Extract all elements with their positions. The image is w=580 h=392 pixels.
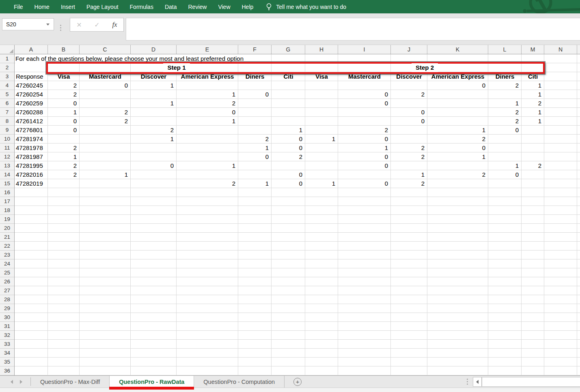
tab-scroll-left-icon[interactable] — [11, 380, 13, 384]
cell-L14[interactable]: 0 — [488, 170, 522, 179]
cell-D3[interactable]: Discover — [131, 72, 177, 81]
cell-A1[interactable]: For each of the questions below, please … — [15, 54, 246, 63]
row-header-28[interactable]: 28 — [0, 295, 14, 304]
row-header-32[interactable]: 32 — [0, 331, 14, 340]
menu-view[interactable]: View — [212, 0, 236, 13]
cell-B8[interactable]: 0 — [48, 117, 80, 126]
cell-A14[interactable]: 47282016 — [15, 170, 48, 179]
cell-L4[interactable]: 2 — [488, 81, 522, 90]
menu-data[interactable]: Data — [159, 0, 183, 13]
row-header-9[interactable]: 9 — [0, 126, 14, 135]
cell-L13[interactable]: 1 — [488, 161, 522, 170]
cell-G12[interactable]: 2 — [272, 152, 305, 161]
row-header-14[interactable]: 14 — [0, 170, 14, 179]
cell-G11[interactable]: 0 — [272, 144, 305, 152]
cell-E13[interactable]: 1 — [177, 161, 238, 170]
cell-B12[interactable]: 1 — [48, 152, 80, 161]
cell-K11[interactable]: 0 — [427, 144, 488, 152]
row-header-11[interactable]: 11 — [0, 144, 14, 152]
cell-M13[interactable]: 2 — [522, 161, 544, 170]
row-header-16[interactable]: 16 — [0, 188, 14, 197]
cell-C8[interactable]: 2 — [80, 117, 131, 126]
row-header-31[interactable]: 31 — [0, 322, 14, 331]
tell-me-box[interactable]: Tell me what you want to do — [265, 2, 346, 11]
column-header-C[interactable]: C — [80, 45, 131, 54]
cell-J12[interactable]: 2 — [391, 152, 427, 161]
cell-B7[interactable]: 1 — [48, 108, 80, 117]
row-header-5[interactable]: 5 — [0, 90, 14, 99]
row-header-36[interactable]: 36 — [0, 366, 14, 375]
name-box-dropdown-icon[interactable] — [46, 24, 50, 26]
tab-scroll-right-icon[interactable] — [20, 380, 22, 384]
cell-L6[interactable]: 1 — [488, 99, 522, 108]
cell-A13[interactable]: 47281995 — [15, 161, 48, 170]
select-all-corner[interactable] — [0, 45, 15, 54]
insert-function-icon[interactable]: fx — [112, 21, 117, 29]
cell-B13[interactable]: 2 — [48, 161, 80, 170]
cell-A7[interactable]: 47260288 — [15, 108, 48, 117]
cell-M3[interactable]: Citi — [522, 72, 544, 81]
cell-A10[interactable]: 47281974 — [15, 135, 48, 144]
cell-A4[interactable]: 47260245 — [15, 81, 48, 90]
cell-F11[interactable]: 1 — [238, 144, 272, 152]
row-header-13[interactable]: 13 — [0, 161, 14, 170]
cell-A5[interactable]: 47260254 — [15, 90, 48, 99]
column-header-N[interactable]: N — [544, 45, 577, 54]
cell-grid[interactable]: For each of the questions below, please … — [15, 54, 580, 375]
row-header-6[interactable]: 6 — [0, 99, 14, 108]
cell-D6[interactable]: 1 — [131, 99, 177, 108]
cell-J8[interactable]: 0 — [391, 117, 427, 126]
menu-home[interactable]: Home — [29, 0, 55, 13]
cell-step1-merged[interactable]: Step 1 — [48, 63, 305, 72]
column-header-L[interactable]: L — [488, 45, 522, 54]
cell-F5[interactable]: 0 — [238, 90, 272, 99]
column-header-I[interactable]: I — [338, 45, 391, 54]
menu-formulas[interactable]: Formulas — [124, 0, 159, 13]
cancel-icon[interactable]: ✕ — [76, 21, 82, 29]
row-header-26[interactable]: 26 — [0, 277, 14, 286]
cell-A8[interactable]: 47261412 — [15, 117, 48, 126]
column-header-K[interactable]: K — [427, 45, 488, 54]
cell-G14[interactable]: 0 — [272, 170, 305, 179]
cell-A9[interactable]: 47276801 — [15, 126, 48, 135]
cell-B5[interactable]: 2 — [48, 90, 80, 99]
cell-E3[interactable]: American Express — [177, 72, 238, 81]
cell-B11[interactable]: 2 — [48, 144, 80, 152]
cell-F10[interactable]: 2 — [238, 135, 272, 144]
cell-E6[interactable]: 2 — [177, 99, 238, 108]
cell-I5[interactable]: 0 — [338, 90, 391, 99]
column-header-E[interactable]: E — [177, 45, 238, 54]
cell-M8[interactable]: 1 — [522, 117, 544, 126]
sheet-tab-maxdiff[interactable]: QuestionPro - Max-Diff — [31, 376, 110, 388]
cell-I6[interactable]: 0 — [338, 99, 391, 108]
cell-H10[interactable]: 1 — [305, 135, 338, 144]
cell-I13[interactable]: 0 — [338, 161, 391, 170]
cell-B4[interactable]: 2 — [48, 81, 80, 90]
row-header-27[interactable]: 27 — [0, 286, 14, 295]
cell-M6[interactable]: 2 — [522, 99, 544, 108]
row-header-20[interactable]: 20 — [0, 224, 14, 233]
row-header-33[interactable]: 33 — [0, 340, 14, 349]
scrollbar-left-arrow[interactable] — [473, 377, 482, 387]
row-header-12[interactable]: 12 — [0, 152, 14, 161]
scrollbar-resize-handle[interactable] — [467, 379, 468, 385]
cell-C3[interactable]: Mastercard — [80, 72, 131, 81]
cell-D9[interactable]: 2 — [131, 126, 177, 135]
column-header-partial[interactable] — [577, 45, 580, 54]
cell-F15[interactable]: 1 — [238, 179, 272, 188]
row-header-15[interactable]: 15 — [0, 179, 14, 188]
cell-D10[interactable]: 1 — [131, 135, 177, 144]
row-header-8[interactable]: 8 — [0, 117, 14, 126]
cell-G10[interactable]: 0 — [272, 135, 305, 144]
column-header-G[interactable]: G — [272, 45, 305, 54]
row-header-7[interactable]: 7 — [0, 108, 14, 117]
row-header-18[interactable]: 18 — [0, 206, 14, 215]
cell-B6[interactable]: 0 — [48, 99, 80, 108]
sheet-tab-computation[interactable]: QuestionPro - Computation — [194, 376, 285, 388]
row-header-23[interactable]: 23 — [0, 251, 14, 259]
row-header-2[interactable]: 2 — [0, 63, 14, 72]
row-header-10[interactable]: 10 — [0, 135, 14, 144]
cell-L7[interactable]: 2 — [488, 108, 522, 117]
row-header-21[interactable]: 21 — [0, 233, 14, 242]
cell-K9[interactable]: 1 — [427, 126, 488, 135]
